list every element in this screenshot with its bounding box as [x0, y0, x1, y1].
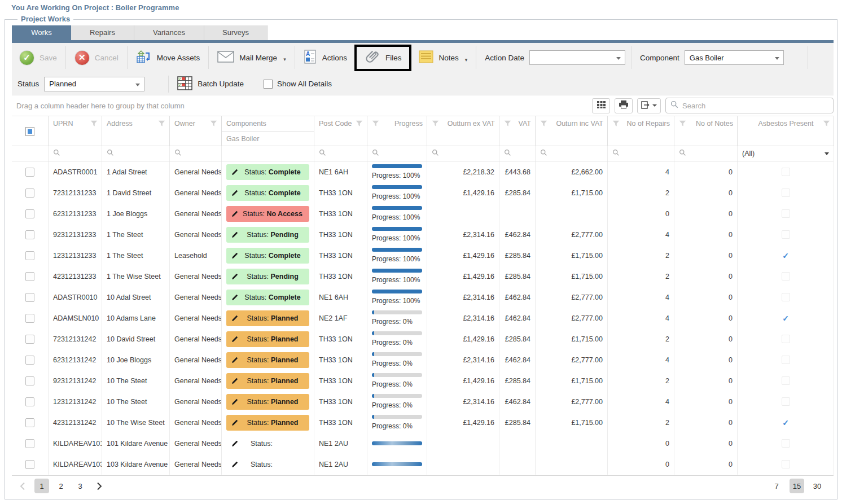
filter-icon[interactable] — [612, 120, 620, 129]
print-button[interactable] — [615, 98, 633, 113]
filter-cell-asbestos-present[interactable]: (All) — [738, 146, 834, 161]
filter-cell-owner[interactable] — [170, 146, 222, 161]
filter-cell-outturn-ex-vat[interactable] — [427, 146, 499, 161]
filter-cell-no-of-repairs[interactable] — [608, 146, 674, 161]
status-chip[interactable]: Status: Planned — [226, 331, 309, 347]
column-header-post-code[interactable]: Post Code — [314, 116, 367, 146]
asbestos-checkbox[interactable] — [782, 356, 790, 364]
column-header-outturn-ex-vat[interactable]: Outturn ex VAT — [427, 116, 499, 146]
row-checkbox[interactable] — [25, 460, 34, 469]
column-header-progress[interactable]: Progress — [367, 116, 427, 146]
filter-icon[interactable] — [158, 120, 165, 129]
filter-icon[interactable] — [432, 120, 439, 129]
page-size-30[interactable]: 30 — [810, 479, 825, 493]
filter-cell-address[interactable] — [102, 146, 170, 161]
grid-search-box[interactable] — [665, 98, 834, 113]
filter-cell-select[interactable] — [12, 146, 49, 161]
row-checkbox[interactable] — [25, 168, 34, 177]
asbestos-checkbox[interactable] — [782, 293, 790, 301]
mail-merge-dropdown-icon[interactable]: ▾ — [283, 56, 286, 64]
actions-button[interactable]: A Actions — [296, 49, 354, 66]
filter-cell-vat[interactable] — [499, 146, 536, 161]
export-button[interactable] — [637, 98, 661, 113]
band-sub-header-gas-boiler[interactable]: Gas Boiler — [222, 132, 314, 146]
status-chip[interactable]: Status: Planned — [226, 352, 309, 368]
filter-icon[interactable] — [504, 120, 511, 129]
tab-works[interactable]: Works — [12, 25, 71, 40]
tab-repairs[interactable]: Repairs — [71, 25, 134, 40]
status-chip[interactable]: Status: Pending — [226, 269, 309, 284]
row-checkbox[interactable] — [25, 356, 34, 365]
status-chip[interactable]: Status: Planned — [226, 394, 309, 410]
tab-variances[interactable]: Variances — [134, 25, 204, 40]
filter-icon[interactable] — [372, 120, 379, 129]
move-assets-button[interactable]: Move Assets — [129, 49, 208, 66]
row-checkbox[interactable] — [25, 251, 34, 260]
page-button-2[interactable]: 2 — [54, 479, 68, 493]
filter-icon[interactable] — [823, 120, 830, 129]
column-header-outurn-inc-vat[interactable]: Outurn inc VAT — [536, 116, 608, 146]
filter-icon[interactable] — [210, 120, 217, 129]
asbestos-checkbox[interactable] — [782, 460, 790, 468]
asbestos-checkbox[interactable] — [782, 168, 790, 176]
asbestos-checkbox[interactable] — [782, 376, 790, 385]
row-checkbox[interactable] — [25, 230, 34, 239]
page-button-1[interactable]: 1 — [34, 479, 49, 493]
row-checkbox[interactable] — [25, 272, 34, 281]
show-all-details-checkbox[interactable] — [264, 80, 273, 89]
status-chip[interactable]: Status: Complete — [226, 248, 309, 264]
filter-cell-uprn[interactable] — [49, 146, 102, 161]
column-header-address[interactable]: Address — [102, 116, 170, 146]
row-checkbox[interactable] — [25, 209, 34, 218]
next-page-button[interactable] — [92, 479, 107, 493]
asbestos-checkbox[interactable] — [782, 189, 790, 197]
row-checkbox[interactable] — [25, 335, 34, 344]
filter-icon[interactable] — [90, 120, 98, 129]
row-checkbox[interactable] — [25, 189, 34, 198]
column-header-no-of-notes[interactable]: No of Notes — [674, 116, 738, 146]
asbestos-checkbox[interactable] — [782, 397, 790, 406]
filter-icon[interactable] — [356, 120, 363, 129]
row-checkbox[interactable] — [25, 293, 34, 302]
notes-button[interactable]: Notes ▾ — [411, 50, 475, 65]
batch-update-button[interactable]: Batch Update — [170, 76, 251, 92]
search-input[interactable] — [682, 102, 828, 110]
page-size-7[interactable]: 7 — [769, 479, 784, 493]
asbestos-checkbox[interactable] — [782, 209, 790, 218]
status-chip[interactable]: Status: Complete — [226, 185, 309, 201]
filter-icon[interactable] — [679, 120, 686, 129]
column-header-owner[interactable]: Owner — [170, 116, 222, 146]
column-chooser-button[interactable] — [592, 98, 610, 113]
row-checkbox[interactable] — [25, 439, 34, 448]
status-chip[interactable]: Status: No Access — [226, 206, 309, 222]
status-chip[interactable]: Status: Complete — [226, 290, 309, 305]
component-combobox[interactable]: Gas Boiler — [685, 50, 784, 65]
column-header-asbestos-present[interactable]: Asbestos Present — [738, 116, 834, 146]
filter-cell-progress[interactable] — [367, 146, 427, 161]
filter-cell-components[interactable] — [222, 146, 314, 161]
status-chip[interactable]: Status: Planned — [226, 415, 309, 431]
column-header-components[interactable]: Components Gas Boiler — [222, 116, 314, 146]
filter-icon[interactable] — [540, 120, 547, 129]
asbestos-checkbox[interactable] — [782, 272, 790, 281]
filter-cell-no-of-notes[interactable] — [674, 146, 738, 161]
status-chip[interactable]: Status: — [226, 457, 309, 472]
page-button-3[interactable]: 3 — [73, 479, 87, 493]
row-checkbox[interactable] — [25, 418, 34, 427]
action-date-combobox[interactable] — [529, 50, 625, 65]
page-size-15[interactable]: 15 — [790, 479, 804, 493]
asbestos-checkbox[interactable]: ✓ — [782, 251, 789, 260]
notes-dropdown-icon[interactable]: ▾ — [465, 57, 468, 65]
asbestos-checkbox[interactable]: ✓ — [782, 418, 789, 427]
files-button[interactable]: Files — [365, 49, 402, 67]
status-combobox[interactable]: Planned — [44, 77, 144, 91]
asbestos-checkbox[interactable] — [782, 335, 790, 343]
status-chip[interactable]: Status: Planned — [226, 373, 309, 389]
asbestos-checkbox[interactable] — [782, 230, 790, 239]
asbestos-checkbox[interactable] — [782, 439, 790, 448]
select-all-checkbox[interactable] — [25, 127, 34, 136]
column-header-vat[interactable]: VAT — [499, 116, 536, 146]
column-header-no-of-repairs[interactable]: No of Repairs — [608, 116, 674, 146]
row-checkbox[interactable] — [25, 376, 34, 385]
show-all-details-checkbox-group[interactable]: Show All Details — [264, 80, 332, 89]
